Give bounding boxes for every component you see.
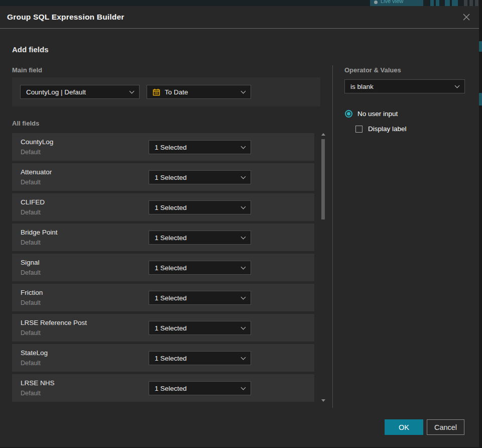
scrollbar-thumb[interactable]	[321, 139, 325, 219]
chevron-down-icon	[241, 235, 246, 240]
main-field-dropdown-value: CountyLog | Default	[26, 88, 86, 96]
field-selected-dropdown[interactable]: 1 Selected	[149, 321, 251, 335]
chevron-down-icon	[241, 385, 246, 390]
field-selected-dropdown[interactable]: 1 Selected	[149, 381, 251, 395]
checkbox-unchecked-icon	[355, 126, 363, 133]
scroll-up-arrow-icon[interactable]	[321, 133, 325, 136]
field-name: Bridge Point	[21, 229, 58, 236]
field-name: Attenuator	[21, 168, 52, 176]
dialog-header: Group SQL Expression Builder	[0, 6, 479, 29]
operator-dropdown[interactable]: is blank	[344, 79, 465, 93]
toolbar-fragment-icon	[452, 0, 458, 6]
ok-button[interactable]: OK	[385, 419, 423, 435]
field-row: CountyLog Default 1 Selected	[12, 133, 314, 161]
field-selected-value: 1 Selected	[155, 264, 187, 272]
chevron-down-icon	[130, 89, 135, 94]
field-selected-value: 1 Selected	[155, 385, 187, 392]
background-teal-fragment	[479, 41, 482, 52]
field-selected-dropdown[interactable]: 1 Selected	[149, 200, 251, 214]
toolbar-fragment-icon	[469, 0, 473, 6]
close-icon	[462, 13, 471, 22]
field-subtitle: Default	[21, 239, 41, 246]
operator-dropdown-value: is blank	[350, 83, 374, 90]
field-row: Friction Default 1 Selected	[12, 284, 314, 311]
live-status-dot-icon	[374, 1, 378, 4]
field-row: Bridge Point Default 1 Selected	[12, 223, 314, 251]
field-name: LRSE NHS	[21, 379, 55, 387]
panel-divider	[332, 65, 333, 408]
field-subtitle: Default	[21, 390, 41, 397]
field-row: Signal Default 1 Selected	[12, 254, 314, 281]
field-subtitle: Default	[21, 360, 41, 367]
field-row: LRSE Reference Post Default 1 Selected	[12, 314, 314, 342]
field-subtitle: Default	[21, 149, 41, 156]
field-selected-value: 1 Selected	[155, 144, 187, 151]
field-selected-dropdown[interactable]: 1 Selected	[149, 231, 251, 245]
field-name: Signal	[21, 259, 40, 266]
field-selected-dropdown[interactable]: 1 Selected	[149, 170, 251, 184]
chevron-down-icon	[241, 295, 246, 300]
cancel-button[interactable]: Cancel	[427, 419, 464, 435]
radio-selected-icon	[345, 110, 352, 118]
main-field-box: CountyLog | Default To Date	[12, 77, 320, 106]
field-row: StateLog Default 1 Selected	[12, 344, 314, 372]
field-selected-value: 1 Selected	[155, 174, 187, 181]
toolbar-fragment-icon	[464, 0, 467, 6]
field-selected-dropdown[interactable]: 1 Selected	[149, 261, 251, 275]
field-selected-dropdown[interactable]: 1 Selected	[149, 140, 251, 154]
field-selected-dropdown[interactable]: 1 Selected	[149, 351, 251, 365]
date-field-dropdown[interactable]: To Date	[147, 85, 251, 99]
all-fields-label: All fields	[12, 120, 39, 127]
all-fields-list: CountyLog Default 1 Selected Attenuator …	[12, 133, 314, 404]
field-selected-dropdown[interactable]: 1 Selected	[149, 291, 251, 305]
background-app-edge	[479, 0, 482, 448]
no-user-input-radio[interactable]: No user input	[345, 110, 398, 118]
background-app-toolbar: Live view	[0, 0, 482, 6]
chevron-down-icon	[241, 325, 246, 330]
display-label-checkbox[interactable]: Display label	[355, 125, 407, 133]
group-sql-expression-builder-dialog: Group SQL Expression Builder Add fields …	[0, 6, 479, 448]
toolbar-fragment-icon	[475, 0, 478, 6]
date-field-dropdown-value: To Date	[165, 88, 188, 96]
live-view-label: Live view	[381, 0, 403, 5]
field-name: CLIFED	[21, 198, 45, 206]
field-name: LRSE Reference Post	[21, 319, 87, 326]
toolbar-fragment-icon	[445, 0, 450, 6]
main-field-dropdown[interactable]: CountyLog | Default	[20, 85, 140, 99]
calendar-icon	[153, 88, 160, 96]
list-scrollbar[interactable]	[321, 133, 325, 402]
field-selected-value: 1 Selected	[155, 294, 187, 302]
display-label-label: Display label	[368, 125, 407, 133]
add-fields-heading: Add fields	[12, 45, 49, 54]
field-name: StateLog	[21, 349, 48, 357]
field-subtitle: Default	[21, 209, 41, 216]
chevron-down-icon	[455, 83, 460, 88]
dialog-title: Group SQL Expression Builder	[7, 13, 125, 22]
scroll-down-arrow-icon[interactable]	[321, 399, 325, 402]
field-selected-value: 1 Selected	[155, 234, 187, 242]
live-view-button[interactable]: Live view	[370, 0, 423, 6]
background-teal-fragment	[479, 93, 482, 105]
field-selected-value: 1 Selected	[155, 204, 187, 211]
field-subtitle: Default	[21, 329, 41, 337]
field-selected-value: 1 Selected	[155, 324, 187, 332]
field-selected-value: 1 Selected	[155, 355, 187, 362]
main-field-label: Main field	[12, 66, 42, 74]
field-row: CLIFED Default 1 Selected	[12, 193, 314, 221]
chevron-down-icon	[241, 355, 246, 360]
no-user-input-label: No user input	[357, 110, 398, 118]
chevron-down-icon	[241, 89, 246, 94]
field-name: Friction	[21, 289, 43, 296]
close-button[interactable]	[461, 12, 472, 23]
chevron-down-icon	[241, 265, 246, 270]
field-subtitle: Default	[21, 179, 41, 186]
field-row: LRSE NHS Default 1 Selected	[12, 374, 314, 402]
field-row: Attenuator Default 1 Selected	[12, 163, 314, 191]
field-name: CountyLog	[21, 138, 53, 146]
chevron-down-icon	[241, 174, 246, 179]
toolbar-fragment-icon	[436, 0, 439, 6]
chevron-down-icon	[241, 204, 246, 209]
toolbar-fragment-icon	[430, 0, 434, 6]
field-subtitle: Default	[21, 299, 41, 306]
operator-values-label: Operator & Values	[344, 66, 401, 74]
